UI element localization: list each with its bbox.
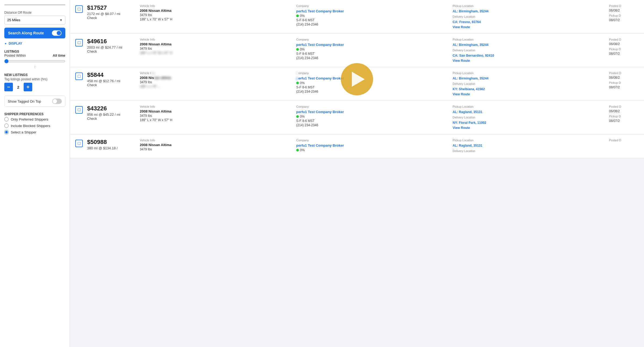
listing-checkbox[interactable]: ☐ — [75, 73, 83, 80]
vehicle-name: 2008 Nissan Altima — [140, 109, 292, 113]
pickup-location[interactable]: AL: Birmingham, 35244 — [453, 9, 488, 13]
decrement-button[interactable]: − — [4, 83, 13, 91]
posted-within-row: Posted Within All time — [4, 53, 65, 57]
listing-price-section: $50988 380 mi @ $134.18 / — [87, 139, 135, 150]
company-label: Company — [296, 4, 448, 8]
location-col: Pickup Location AL: Ragland, 35131 Deliv… — [453, 105, 605, 130]
posted-col: Posted D 06/08/2 Pickup D 08/07/2 — [609, 4, 639, 22]
listing-price-section: $43226 956 mi @ $45.22 / mi Check — [87, 105, 135, 121]
vehicle-dimensions: 189" L x 70" W x 57" H — [140, 118, 292, 122]
green-dot-icon — [296, 149, 299, 151]
listing-checkbox[interactable]: ☐ — [75, 39, 83, 46]
listings-label: LISTINGS — [4, 50, 65, 53]
vehicle-info-col: Vehicle Info 2008 Nissan Altima 3479 lbs… — [140, 4, 292, 21]
show-tagged-toggle[interactable] — [52, 99, 62, 104]
company-link[interactable]: perfu1 Test Company Broker — [296, 110, 344, 114]
company-link[interactable]: perfu1 Test Company Broker — [296, 43, 344, 47]
green-dot-icon — [296, 82, 299, 84]
distance-select[interactable]: 10 Miles 25 Miles 50 Miles 100 Miles — [4, 16, 65, 24]
pickup-date: 08/07/2 — [609, 18, 639, 22]
posted-date-label: Posted D — [609, 105, 639, 108]
company-hours: S-F 8-6 MST — [296, 18, 448, 22]
vehicle-info-col: Vehicle Info 2008 Nissan Altima 3479 lbs — [140, 139, 292, 151]
pickup-location[interactable]: AL: Birmingham, 35244 — [453, 77, 488, 80]
search-along-route-button[interactable]: Search Along Route — [4, 28, 65, 38]
vehicle-weight: 3479 lbs — [140, 47, 292, 50]
delivery-location[interactable]: CA: Fresno, 93764 — [453, 20, 481, 24]
listings-wrapper: ☐ $17527 2172 mi @ $8.07 / mi Check Vehi… — [70, 0, 644, 158]
rating-value: 0% — [300, 48, 305, 51]
company-link[interactable]: perfu1 Test Company Broker — [296, 143, 344, 147]
vehicle-dimensions: 189" L x 70" ... — [140, 85, 292, 88]
search-along-route-toggle[interactable] — [52, 30, 62, 36]
increment-button[interactable]: + — [24, 83, 32, 91]
listing-checkbox[interactable]: ☐ — [75, 140, 83, 147]
delivery-location[interactable]: KY: Shelbiana, 41562 — [453, 87, 485, 91]
vehicle-info-col: Vehicle Info 2008 Nissan altima 3479 lbs… — [140, 71, 292, 88]
listing-price-section: $17527 2172 mi @ $8.07 / mi Check — [87, 4, 135, 20]
delivery-location[interactable]: CA: San Bernardino, 92410 — [453, 54, 494, 57]
delivery-label: Delivery Location — [453, 116, 605, 119]
listing-card: ☐ $49616 2003 mi @ $24.77 / mi Check Veh… — [70, 34, 644, 67]
vehicle-weight: 3479 lbs — [140, 147, 292, 151]
only-preferred-label: Only Preferred Shippers — [11, 117, 48, 121]
posted-date-label: Posted D — [609, 38, 639, 41]
cursor-indicator: | — [4, 65, 65, 68]
vehicle-name: 2008 Nissan Altima — [140, 9, 292, 13]
posted-within-value: All time — [53, 53, 65, 57]
company-hours: S-F 8-6 MST — [296, 52, 448, 56]
vehicle-dimensions: 189" L x 70" W x 57" H — [140, 17, 292, 21]
vehicle-weight: 3479 lbs — [140, 114, 292, 118]
pickup-location[interactable]: AL: Ragland, 35131 — [453, 110, 482, 114]
vehicle-label: Vehicle Info — [140, 139, 292, 142]
listing-price: $50988 — [87, 139, 135, 146]
display-section-header[interactable]: ▼ DISPLAY — [4, 42, 65, 45]
delivery-location[interactable]: NY: Floral Park, 11002 — [453, 121, 486, 125]
select-shipper-option[interactable]: Select a Shipper — [4, 129, 65, 135]
view-route-link[interactable]: View Route — [453, 92, 605, 96]
listing-mileage: 380 mi @ $134.18 / — [87, 146, 135, 150]
posted-date: 06/08/2 — [609, 76, 639, 79]
vehicle-name: 2008 Nissan Altima — [140, 42, 292, 46]
company-hours: S-F 8-6 MST — [296, 85, 448, 89]
pickup-location[interactable]: AL: Ragland, 35131 — [453, 144, 482, 147]
delivery-label: Delivery Location — [453, 82, 605, 85]
view-route-link[interactable]: View Route — [453, 126, 605, 130]
view-route-link[interactable]: View Route — [453, 25, 605, 29]
listing-checkbox[interactable]: ☐ — [75, 106, 83, 114]
play-button[interactable] — [341, 63, 373, 95]
only-preferred-radio[interactable] — [4, 117, 9, 121]
stepper-value: 2 — [16, 85, 21, 89]
include-blocked-option[interactable]: Include Blocked Shippers — [4, 122, 65, 129]
company-link[interactable]: perfu1 Test Company Broker — [296, 9, 344, 13]
company-link[interactable]: perfu1 Test Company Broker — [296, 76, 344, 80]
listing-card: ☐ $43226 956 mi @ $45.22 / mi Check Vehi… — [70, 101, 644, 134]
posted-date-label: Posted D — [609, 4, 639, 8]
shipper-pref-label: SHIPPER PREFERENCES — [4, 112, 65, 116]
location-col: Pickup Location AL: Birmingham, 35244 De… — [453, 4, 605, 29]
company-phone: (214) 234-2346 — [296, 56, 448, 60]
new-listings-label: NEW LISTINGS — [4, 73, 65, 77]
delivery-label: Delivery Location — [453, 49, 605, 52]
show-tagged-on-top-row: Show Tagged On Top — [4, 96, 65, 107]
posted-within-slider[interactable] — [4, 59, 65, 63]
include-blocked-radio[interactable] — [4, 124, 9, 128]
pickup-label: Pickup Location — [453, 71, 605, 75]
green-dot-icon — [296, 15, 299, 17]
company-col: Company perfu1 Test Company Broker 0% S-… — [296, 38, 448, 60]
select-shipper-radio[interactable] — [4, 130, 9, 134]
company-rating: 0% — [296, 115, 448, 118]
company-label: Company — [296, 38, 448, 41]
only-preferred-option[interactable]: Only Preferred Shippers — [4, 116, 65, 122]
display-label: DISPLAY — [9, 42, 22, 45]
vehicle-info-col: Vehicle Info 2008 Nissan Altima 3479 lbs… — [140, 105, 292, 122]
listing-checkbox[interactable]: ☐ — [75, 5, 83, 13]
company-label: Company — [296, 105, 448, 108]
location-col: Pickup Location AL: Ragland, 35131 Deliv… — [453, 139, 605, 154]
listing-price: $49616 — [87, 38, 135, 45]
pickup-location[interactable]: AL: Birmingham, 35244 — [453, 43, 488, 47]
play-icon — [352, 72, 365, 87]
view-route-link[interactable]: View Route — [453, 59, 605, 63]
company-col: Company perfu1 Test Company Broker 0% S-… — [296, 105, 448, 127]
pickup-label: Pickup Location — [453, 139, 605, 142]
